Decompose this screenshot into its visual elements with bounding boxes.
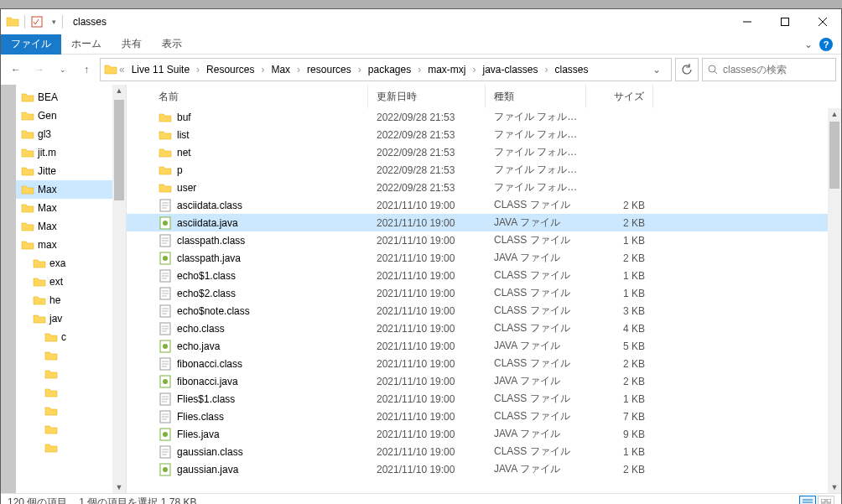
- refresh-button[interactable]: [675, 58, 699, 81]
- breadcrumb[interactable]: « Live 11 Suite›Resources›Max›resources›…: [100, 58, 672, 81]
- tree-item[interactable]: Max: [16, 180, 126, 199]
- folder-icon: [33, 257, 46, 270]
- breadcrumb-segment[interactable]: Resources: [201, 62, 259, 77]
- scroll-down-icon[interactable]: ▼: [831, 481, 839, 493]
- tree-item[interactable]: max: [16, 236, 126, 254]
- chevron-icon: «: [119, 64, 125, 75]
- col-type[interactable]: 種類: [486, 85, 586, 108]
- col-size[interactable]: サイズ: [586, 85, 653, 108]
- separator: [62, 15, 63, 29]
- nav-tree[interactable]: BEAGengl3jit.mJitteMaxMaxMaxmaxexaexthej…: [16, 85, 127, 493]
- file-row[interactable]: Flies.java2021/11/10 19:00JAVA ファイル9 KB: [127, 425, 841, 443]
- tree-item[interactable]: Gen: [16, 107, 126, 125]
- tree-item[interactable]: [16, 346, 126, 365]
- maximize-button[interactable]: [766, 9, 803, 34]
- file-row[interactable]: net2022/09/28 21:53ファイル フォルダー: [127, 143, 841, 161]
- file-name: gaussian.class: [177, 446, 243, 458]
- close-button[interactable]: [803, 9, 841, 34]
- tree-item[interactable]: [16, 383, 126, 402]
- file-row[interactable]: echo$2.class2021/11/10 19:00CLASS ファイル1 …: [127, 284, 841, 302]
- scroll-up-icon[interactable]: ▲: [831, 108, 839, 120]
- folder-icon: [21, 109, 34, 122]
- file-name: asciidata.java: [177, 217, 238, 229]
- tree-item[interactable]: [16, 439, 126, 457]
- tree-item[interactable]: jit.m: [16, 143, 126, 162]
- details-view-icon[interactable]: [799, 496, 816, 505]
- breadcrumb-dropdown[interactable]: ⌄: [646, 64, 668, 75]
- breadcrumb-segment[interactable]: classes: [550, 62, 594, 77]
- file-row[interactable]: echo.class2021/11/10 19:00CLASS ファイル4 KB: [127, 320, 841, 337]
- properties-icon[interactable]: [30, 15, 44, 29]
- col-date[interactable]: 更新日時: [368, 85, 486, 108]
- tree-item[interactable]: Max: [16, 217, 126, 236]
- recent-dropdown[interactable]: ⌄: [53, 60, 73, 80]
- help-icon[interactable]: ?: [819, 38, 833, 51]
- breadcrumb-segment[interactable]: packages: [363, 62, 416, 77]
- scroll-down-icon[interactable]: ▼: [116, 481, 123, 493]
- file-row[interactable]: asciidata.java2021/11/10 19:00JAVA ファイル2…: [127, 214, 841, 231]
- file-row[interactable]: echo$note.class2021/11/10 19:00CLASS ファイ…: [127, 302, 841, 320]
- file-row[interactable]: Flies.class2021/11/10 19:00CLASS ファイル7 K…: [127, 408, 841, 425]
- file-type: CLASS ファイル: [486, 356, 586, 371]
- file-row[interactable]: classpath.class2021/11/10 19:00CLASS ファイ…: [127, 231, 841, 249]
- tab-view[interactable]: 表示: [152, 34, 192, 55]
- file-size: 9 KB: [586, 429, 653, 440]
- status-selection: 1 個の項目を選択 1.78 KB: [79, 496, 196, 504]
- scroll-up-icon[interactable]: ▲: [116, 85, 123, 96]
- file-row[interactable]: Flies$1.class2021/11/10 19:00CLASS ファイル1…: [127, 390, 841, 408]
- tree-item[interactable]: c: [16, 328, 126, 346]
- tree-item[interactable]: exa: [16, 254, 126, 273]
- chevron-down-icon[interactable]: ⌄: [804, 39, 813, 50]
- up-button[interactable]: ↑: [76, 60, 96, 80]
- file-row[interactable]: gaussian.class2021/11/10 19:00CLASS ファイル…: [127, 443, 841, 460]
- minimize-button[interactable]: [728, 9, 766, 34]
- file-name: echo.class: [177, 323, 225, 335]
- tree-item[interactable]: jav: [16, 309, 126, 328]
- file-row[interactable]: buf2022/09/28 21:53ファイル フォルダー: [127, 108, 841, 126]
- breadcrumb-segment[interactable]: max-mxj: [423, 62, 470, 77]
- tree-item[interactable]: Jitte: [16, 162, 126, 180]
- file-row[interactable]: fibonacci.class2021/11/10 19:00CLASS ファイ…: [127, 355, 841, 372]
- tree-item[interactable]: [16, 420, 126, 439]
- breadcrumb-segment[interactable]: Live 11 Suite: [127, 62, 195, 77]
- file-date: 2022/09/28 21:53: [368, 112, 486, 123]
- tree-item[interactable]: BEA: [16, 88, 126, 107]
- file-row[interactable]: classpath.java2021/11/10 19:00JAVA ファイル2…: [127, 249, 841, 267]
- tab-home[interactable]: ホーム: [61, 34, 112, 55]
- file-type: JAVA ファイル: [486, 427, 586, 441]
- list-scrollbar[interactable]: ▲ ▼: [828, 108, 841, 493]
- file-row[interactable]: list2022/09/28 21:53ファイル フォルダー: [127, 126, 841, 143]
- scroll-thumb[interactable]: [114, 100, 124, 200]
- back-button[interactable]: ←: [6, 60, 26, 80]
- file-type: CLASS ファイル: [486, 233, 586, 247]
- file-row[interactable]: p2022/09/28 21:53ファイル フォルダー: [127, 161, 841, 179]
- tree-scrollbar[interactable]: ▲ ▼: [112, 85, 126, 493]
- tree-label: Max: [38, 184, 57, 195]
- svg-rect-25: [821, 499, 825, 502]
- file-row[interactable]: echo.java2021/11/10 19:00JAVA ファイル5 KB: [127, 337, 841, 355]
- breadcrumb-segment[interactable]: resources: [302, 62, 356, 77]
- file-size: 2 KB: [586, 252, 653, 264]
- tab-file[interactable]: ファイル: [1, 34, 61, 55]
- scroll-thumb[interactable]: [829, 122, 839, 189]
- breadcrumb-segment[interactable]: Max: [266, 62, 295, 77]
- thumbnails-view-icon[interactable]: [818, 496, 834, 505]
- tree-item[interactable]: he: [16, 291, 126, 309]
- file-row[interactable]: asciidata.class2021/11/10 19:00CLASS ファイ…: [127, 196, 841, 214]
- file-row[interactable]: fibonacci.java2021/11/10 19:00JAVA ファイル2…: [127, 372, 841, 390]
- tree-item[interactable]: Max: [16, 199, 126, 217]
- file-row[interactable]: user2022/09/28 21:53ファイル フォルダー: [127, 179, 841, 196]
- dropdown-icon[interactable]: ▾: [47, 15, 60, 29]
- file-row[interactable]: echo$1.class2021/11/10 19:00CLASS ファイル1 …: [127, 267, 841, 284]
- tree-item[interactable]: [16, 402, 126, 420]
- col-name[interactable]: 名前: [150, 85, 368, 108]
- tab-share[interactable]: 共有: [112, 34, 152, 55]
- tree-item[interactable]: gl3: [16, 125, 126, 143]
- file-icon: [159, 375, 172, 388]
- file-row[interactable]: gaussian.java2021/11/10 19:00JAVA ファイル2 …: [127, 460, 841, 478]
- breadcrumb-segment[interactable]: java-classes: [478, 62, 543, 77]
- tree-item[interactable]: ext: [16, 273, 126, 291]
- forward-button[interactable]: →: [29, 60, 49, 80]
- search-input[interactable]: classesの検索: [702, 58, 836, 81]
- tree-item[interactable]: [16, 365, 126, 383]
